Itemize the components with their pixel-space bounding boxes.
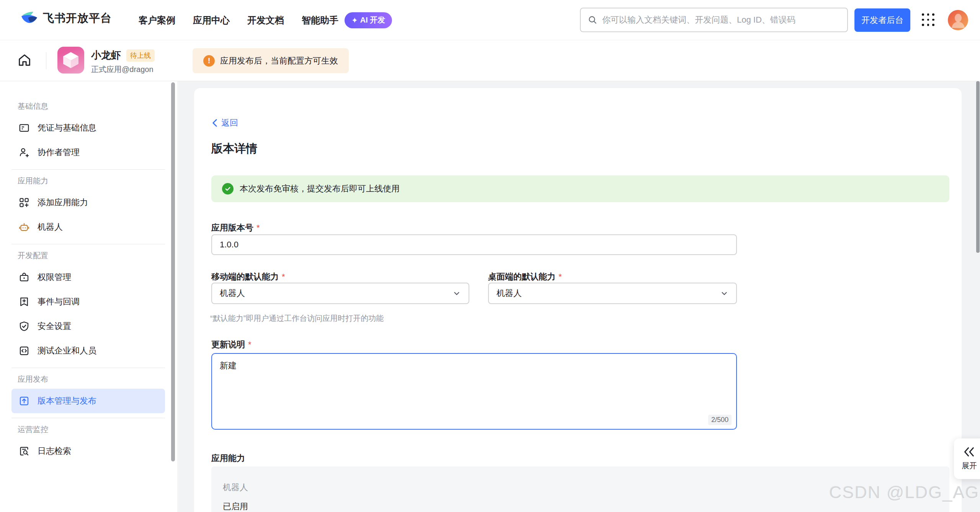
- version-release-icon: [18, 395, 30, 407]
- test-company-icon: [18, 345, 30, 357]
- sidebar: 基础信息 凭证与基础信息 协作者管理 应用能力: [0, 81, 178, 512]
- capability-status: 已启用: [223, 501, 248, 512]
- nav-dev-docs[interactable]: 开发文档: [247, 14, 284, 26]
- sparkle-icon: ✦: [351, 16, 358, 25]
- notice-text: 本次发布免审核，提交发布后即可上线使用: [240, 183, 400, 195]
- expand-panel-button[interactable]: 展开: [954, 438, 980, 479]
- nav-ai-assistant[interactable]: 智能助手: [302, 14, 338, 26]
- expand-label: 展开: [962, 461, 977, 471]
- sidebar-section-capabilities: 应用能力: [18, 175, 178, 186]
- nav-customer-cases[interactable]: 客户案例: [139, 14, 175, 26]
- event-callback-icon: [18, 296, 30, 308]
- capability-section-title: 应用能力: [211, 453, 245, 464]
- version-detail-card: 返回 版本详情 本次发布免审核，提交发布后即可上线使用 应用版本号* 移动端的默…: [194, 88, 962, 512]
- success-notice-banner: 本次发布免审核，提交发布后即可上线使用: [211, 175, 949, 202]
- sidebar-item-version-release[interactable]: 版本管理与发布: [11, 389, 165, 413]
- check-circle-icon: [222, 183, 234, 195]
- user-avatar[interactable]: [948, 10, 968, 30]
- main-content: 返回 版本详情 本次发布免审核，提交发布后即可上线使用 应用版本号* 移动端的默…: [178, 81, 980, 512]
- sidebar-divider: [11, 244, 165, 244]
- feishu-logo-icon: [21, 10, 38, 27]
- status-badge: 待上线: [126, 49, 155, 62]
- desktop-capability-select[interactable]: 机器人: [488, 283, 737, 304]
- desktop-capability-label: 桌面端的默认能力*: [488, 271, 562, 283]
- changelog-label: 更新说明*: [211, 339, 252, 350]
- mobile-capability-label: 移动端的默认能力*: [211, 271, 285, 283]
- back-link[interactable]: 返回: [211, 117, 238, 129]
- sidebar-scrollbar[interactable]: [171, 82, 175, 461]
- version-label: 应用版本号*: [211, 222, 260, 234]
- cube-icon: [62, 51, 79, 69]
- sidebar-item-test-company[interactable]: 测试企业和人员: [11, 339, 165, 363]
- ai-dev-badge[interactable]: ✦ AI 开发: [345, 12, 392, 28]
- double-chevron-left-icon: [964, 447, 975, 457]
- changelog-textarea[interactable]: 新建 2/500: [211, 353, 737, 430]
- version-input[interactable]: [211, 234, 737, 255]
- apps-grid-icon[interactable]: [922, 13, 935, 26]
- publish-warning-banner: ! 应用发布后，当前配置方可生效: [193, 48, 349, 73]
- required-asterisk: *: [248, 340, 252, 349]
- required-asterisk: *: [559, 272, 562, 281]
- chevron-down-icon: [720, 289, 728, 298]
- global-search[interactable]: [580, 8, 848, 32]
- capability-hint: “默认能力”即用户通过工作台访问应用时打开的功能: [210, 313, 384, 324]
- sidebar-section-release: 应用发布: [18, 373, 178, 385]
- security-icon: [18, 321, 30, 332]
- app-subtitle: 正式应用@dragon: [91, 64, 154, 75]
- watermark: CSDN @LDG_AGI: [829, 483, 980, 502]
- search-icon: [588, 15, 598, 25]
- collaborator-icon: [18, 147, 30, 158]
- sidebar-item-permissions[interactable]: 权限管理: [11, 265, 165, 290]
- sidebar-divider: [11, 418, 165, 418]
- main-scrollbar[interactable]: [976, 81, 980, 253]
- sidebar-section-monitoring: 运营监控: [18, 424, 178, 435]
- chevron-down-icon: [452, 289, 461, 298]
- feishu-logo[interactable]: 飞书开放平台: [21, 10, 112, 27]
- app-header: 小龙虾 待上线 正式应用@dragon ! 应用发布后，当前配置方可生效: [0, 40, 980, 81]
- sidebar-section-dev-config: 开发配置: [18, 250, 178, 261]
- required-asterisk: *: [282, 272, 285, 281]
- person-silhouette-icon: [952, 13, 965, 28]
- top-nav-menu: 客户案例 应用中心 开发文档 智能助手 ✦ AI 开发: [139, 0, 392, 40]
- warning-icon: !: [203, 55, 215, 67]
- platform-title: 飞书开放平台: [43, 11, 112, 26]
- log-search-icon: [18, 445, 30, 457]
- sidebar-item-credentials[interactable]: 凭证与基础信息: [11, 116, 165, 140]
- warning-text: 应用发布后，当前配置方可生效: [220, 55, 338, 67]
- app-icon: [57, 47, 84, 74]
- nav-app-center[interactable]: 应用中心: [193, 14, 230, 26]
- top-nav: 飞书开放平台 客户案例 应用中心 开发文档 智能助手 ✦ AI 开发 开发者后台: [0, 0, 980, 40]
- page-title: 版本详情: [211, 141, 257, 157]
- mobile-capability-select[interactable]: 机器人: [211, 283, 469, 304]
- sidebar-section-basic-info: 基础信息: [18, 100, 178, 112]
- chevron-left-icon: [211, 119, 218, 127]
- search-input[interactable]: [602, 15, 840, 25]
- sidebar-item-add-capability[interactable]: 添加应用能力: [11, 190, 165, 215]
- sidebar-divider: [11, 169, 165, 170]
- header-divider: [46, 52, 46, 69]
- feishu-open-platform-page: 飞书开放平台 客户案例 应用中心 开发文档 智能助手 ✦ AI 开发 开发者后台: [0, 0, 980, 512]
- sidebar-item-collaborators[interactable]: 协作者管理: [11, 140, 165, 165]
- add-capability-icon: [18, 197, 30, 208]
- sidebar-item-robot[interactable]: 机器人: [11, 215, 165, 239]
- credential-icon: [18, 122, 30, 134]
- capability-name: 机器人: [223, 482, 248, 493]
- home-icon[interactable]: [17, 52, 32, 68]
- char-counter: 2/500: [708, 415, 732, 425]
- permission-icon: [18, 272, 30, 283]
- sidebar-item-security[interactable]: 安全设置: [11, 314, 165, 339]
- developer-console-button[interactable]: 开发者后台: [854, 8, 910, 32]
- required-asterisk: *: [256, 223, 260, 232]
- sidebar-divider: [11, 368, 165, 368]
- sidebar-item-events[interactable]: 事件与回调: [11, 290, 165, 314]
- robot-icon: [18, 221, 30, 233]
- sidebar-item-log-search[interactable]: 日志检索: [11, 439, 165, 463]
- app-name: 小龙虾: [91, 49, 121, 62]
